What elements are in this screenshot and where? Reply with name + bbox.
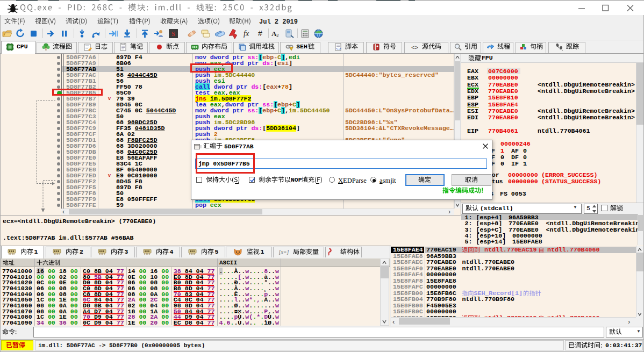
svg-text:<>: <> — [411, 45, 418, 51]
svg-text:fx: fx — [244, 30, 249, 38]
svg-text:#: # — [258, 29, 262, 38]
svg-text:<>: <> — [336, 46, 341, 51]
svg-text:!: ! — [291, 47, 291, 51]
svg-text:2: 2 — [276, 33, 279, 38]
svg-text:S: S — [171, 30, 175, 38]
